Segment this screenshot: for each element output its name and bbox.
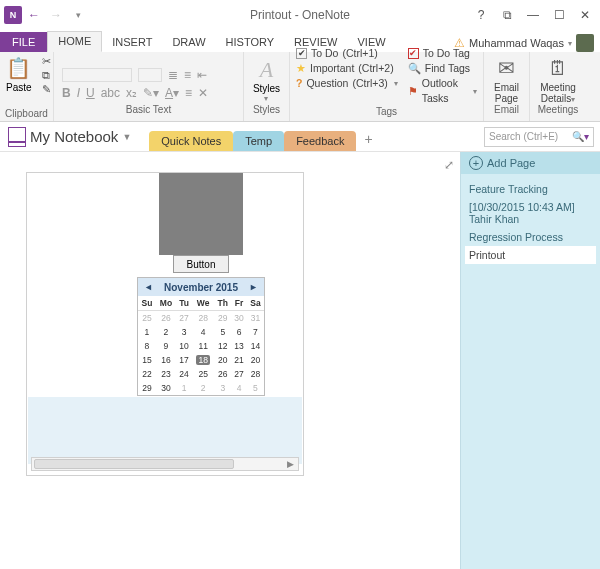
ribbon-display-button[interactable]: ⧉ — [498, 8, 516, 22]
cal-prev: ◄ — [144, 282, 153, 292]
cal-day: 11 — [192, 339, 214, 353]
horizontal-scrollbar[interactable]: ▶ — [31, 457, 299, 471]
group-label-email: Email — [494, 104, 519, 117]
cal-day: 30 — [231, 311, 247, 326]
outlook-tasks-button[interactable]: ⚑Outlook Tasks▾ — [408, 76, 477, 106]
avatar[interactable] — [576, 34, 594, 52]
cal-title: November 2015 — [164, 282, 238, 293]
bullets-button[interactable]: ≣ — [168, 68, 178, 82]
highlight-button[interactable]: ✎▾ — [143, 86, 159, 100]
styles-icon: A — [260, 57, 273, 83]
cal-day: 16 — [156, 353, 176, 367]
cal-day: 7 — [247, 325, 264, 339]
cal-day: 28 — [247, 367, 264, 381]
cal-day: 3 — [176, 325, 192, 339]
page-list-item[interactable]: [10/30/2015 10:43 AM] Tahir Khan — [465, 198, 596, 228]
plus-icon: + — [469, 156, 483, 170]
tab-history[interactable]: HISTORY — [216, 33, 285, 52]
close-button[interactable]: ✕ — [576, 8, 594, 22]
font-color-button[interactable]: A▾ — [165, 86, 179, 100]
todo-tag-button[interactable]: ✔To Do Tag — [408, 46, 477, 61]
user-name[interactable]: Muhammad Waqas — [469, 37, 564, 49]
find-tags-button[interactable]: 🔍Find Tags — [408, 61, 477, 76]
scroll-right-arrow[interactable]: ▶ — [287, 459, 294, 469]
subscript-button[interactable]: x₂ — [126, 86, 137, 100]
window-title: Printout - OneNote — [250, 8, 350, 22]
indent-button[interactable]: ⇤ — [197, 68, 207, 82]
note-canvas[interactable]: ⤢ Button ◄ November 2015 ► SuMoTuWeThFrS… — [0, 152, 460, 569]
email-page-button[interactable]: Email — [494, 82, 519, 93]
add-section-button[interactable]: + — [356, 127, 380, 151]
printout-footer-strip — [28, 397, 302, 464]
maximize-button[interactable]: ☐ — [550, 8, 568, 22]
meeting-details-button[interactable]: Meeting — [540, 82, 576, 93]
cal-day: 14 — [247, 339, 264, 353]
notebook-dropdown[interactable]: ▼ — [122, 132, 131, 142]
font-size[interactable] — [138, 68, 162, 82]
styles-button[interactable]: Styles — [253, 83, 280, 94]
notebook-bar: My Notebook ▼ Quick Notes Temp Feedback … — [0, 122, 600, 152]
minimize-button[interactable]: — — [524, 8, 542, 22]
add-page-button[interactable]: + Add Page — [461, 152, 600, 174]
notebook-name[interactable]: My Notebook — [30, 128, 118, 145]
section-tab-feedback[interactable]: Feedback — [284, 131, 356, 151]
scroll-thumb[interactable] — [34, 459, 234, 469]
tab-insert[interactable]: INSERT — [102, 33, 162, 52]
page-list-item[interactable]: Regression Process — [465, 228, 596, 246]
group-label-styles: Styles — [253, 104, 280, 117]
align-button[interactable]: ≡ — [185, 86, 192, 100]
calendar: ◄ November 2015 ► SuMoTuWeThFrSa25262728… — [137, 277, 265, 396]
underline-button[interactable]: U — [86, 86, 95, 100]
cal-day: 5 — [214, 325, 231, 339]
cal-day: 18 — [192, 353, 214, 367]
search-placeholder: Search (Ctrl+E) — [489, 131, 558, 142]
cal-day: 27 — [176, 311, 192, 326]
strike-button[interactable]: abc — [101, 86, 120, 100]
cal-day: 10 — [176, 339, 192, 353]
group-label-tags: Tags — [296, 106, 477, 119]
cal-day: 26 — [156, 311, 176, 326]
forward-button[interactable]: → — [46, 5, 66, 25]
cal-day: 31 — [247, 311, 264, 326]
cal-day: 9 — [156, 339, 176, 353]
user-dropdown[interactable]: ▾ — [568, 39, 572, 48]
cal-day: 4 — [231, 381, 247, 395]
back-button[interactable]: ← — [24, 5, 44, 25]
notebook-icon[interactable] — [8, 127, 26, 147]
page-list-item[interactable]: Printout — [465, 246, 596, 264]
paste-button[interactable]: 📋 Paste — [0, 52, 38, 108]
ribbon-body: 📋 Paste ✂ ⧉ ✎ Clipboard ≣ ≡ ⇤ B I U abc … — [0, 52, 600, 122]
help-button[interactable]: ? — [472, 8, 490, 22]
tab-home[interactable]: HOME — [47, 31, 102, 52]
tag-question[interactable]: ?Question (Ctrl+3)▾ — [296, 76, 398, 91]
section-tab-temp[interactable]: Temp — [233, 131, 284, 151]
cut-button[interactable]: ✂ — [42, 55, 51, 68]
format-painter-button[interactable]: ✎ — [42, 83, 51, 96]
tab-draw[interactable]: DRAW — [162, 33, 215, 52]
tab-file[interactable]: FILE — [0, 32, 47, 52]
expand-handle[interactable]: ⤢ — [444, 158, 454, 172]
italic-button[interactable]: I — [77, 86, 80, 100]
cal-day: 24 — [176, 367, 192, 381]
cal-day: 29 — [138, 381, 156, 395]
tag-important[interactable]: ★Important (Ctrl+2) — [296, 61, 398, 76]
cal-day: 12 — [214, 339, 231, 353]
cal-day: 4 — [192, 325, 214, 339]
bold-button[interactable]: B — [62, 86, 71, 100]
section-tab-quick-notes[interactable]: Quick Notes — [149, 131, 233, 151]
tag-todo[interactable]: ✔To Do (Ctrl+1) — [296, 46, 398, 61]
clipboard-icon: 📋 — [7, 54, 31, 82]
numbering-button[interactable]: ≡ — [184, 68, 191, 82]
cal-day: 27 — [231, 367, 247, 381]
cal-day: 21 — [231, 353, 247, 367]
qat-customize[interactable]: ▾ — [68, 5, 88, 25]
cal-day: 20 — [214, 353, 231, 367]
cal-day: 2 — [192, 381, 214, 395]
search-input[interactable]: Search (Ctrl+E) 🔍▾ — [484, 127, 594, 147]
clear-format-button[interactable]: ✕ — [198, 86, 208, 100]
copy-button[interactable]: ⧉ — [42, 69, 51, 82]
font-family[interactable] — [62, 68, 132, 82]
cal-day: 22 — [138, 367, 156, 381]
search-icon: 🔍▾ — [572, 131, 589, 142]
page-list-item[interactable]: Feature Tracking — [465, 180, 596, 198]
